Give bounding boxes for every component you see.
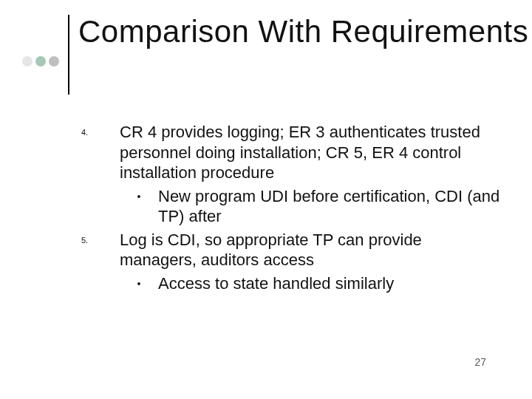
sub-item-text: New program UDI before certification, CD… [158,186,502,227]
bullet-icon: • [120,273,158,294]
slide-title: Comparison With Requirements [78,15,528,49]
list-item: 5. Log is CDI, so appropriate TP can pro… [81,230,502,270]
slide-header: Comparison With Requirements [22,15,528,95]
dot-icon [35,56,46,66]
item-number [81,185,120,228]
item-text: • Access to state handled similarly [120,272,394,296]
sub-item-text: Access to state handled similarly [158,273,394,294]
sub-list-item: • Access to state handled similarly [120,273,394,294]
item-number: 4. [81,122,120,183]
item-number [81,272,120,296]
dot-icon [22,56,33,66]
item-text: CR 4 provides logging; ER 3 authenticate… [120,122,502,183]
sub-list-item: • New program UDI before certification, … [120,186,502,227]
decorative-dots [22,56,59,66]
vertical-divider [68,15,69,95]
bullet-icon: • [120,186,158,227]
slide: Comparison With Requirements 4. CR 4 pro… [0,0,532,399]
dot-icon [49,56,59,66]
list-item: 4. CR 4 provides logging; ER 3 authentic… [81,122,502,183]
item-text: • New program UDI before certification, … [120,185,502,228]
list-item: • New program UDI before certification, … [81,185,502,228]
list-item: • Access to state handled similarly [81,272,502,296]
item-text: Log is CDI, so appropriate TP can provid… [120,230,502,270]
page-number: 27 [474,356,486,368]
slide-body: 4. CR 4 provides logging; ER 3 authentic… [81,122,502,296]
item-number: 5. [81,230,120,270]
